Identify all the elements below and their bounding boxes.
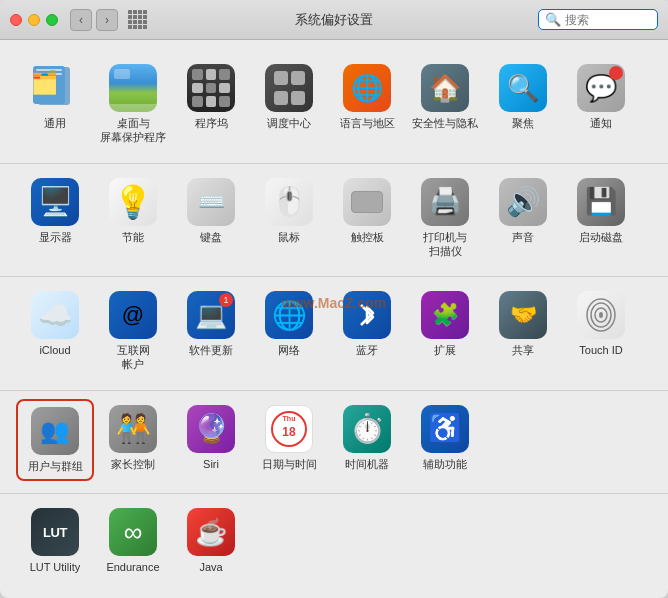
java-icon-el: ☕	[187, 508, 235, 556]
minimize-button[interactable]	[28, 14, 40, 26]
timemachine-label: 时间机器	[345, 457, 389, 471]
language-icon: 🌐	[343, 64, 391, 112]
touchid-label: Touch ID	[579, 343, 622, 357]
window-title: 系统偏好设置	[295, 11, 373, 29]
keyboard-label: 键盘	[200, 230, 222, 244]
bluetooth-label: 蓝牙	[356, 343, 378, 357]
nav-buttons: ‹ ›	[70, 9, 118, 31]
back-button[interactable]: ‹	[70, 9, 92, 31]
users-label: 用户与群组	[28, 459, 83, 473]
mouse-label: 鼠标	[278, 230, 300, 244]
pref-endurance[interactable]: ∞ Endurance	[94, 502, 172, 580]
main-window: ‹ › 系统偏好设置 🔍	[0, 0, 668, 598]
pref-icloud[interactable]: ☁️ iCloud	[16, 285, 94, 363]
pref-extensions[interactable]: 🧩 扩展	[406, 285, 484, 363]
pref-language[interactable]: 🌐 语言与地区	[328, 58, 406, 136]
icloud-icon-el: ☁️	[31, 291, 79, 339]
endurance-icon-el: ∞	[109, 508, 157, 556]
parental-label: 家长控制	[111, 457, 155, 471]
softupdate-badge: 1	[219, 293, 233, 307]
internet-icon-el: @	[109, 291, 157, 339]
pref-timemachine[interactable]: ⏱️ 时间机器	[328, 399, 406, 477]
softupdate-icon-el: 💻 1	[187, 291, 235, 339]
pref-energy[interactable]: 💡 节能	[94, 172, 172, 250]
sound-icon-el: 🔊	[499, 178, 547, 226]
general-icon: 🗂️	[31, 64, 79, 112]
printer-label: 打印机与扫描仪	[423, 230, 467, 259]
search-icon: 🔍	[545, 12, 561, 27]
pref-accessibility[interactable]: ♿ 辅助功能	[406, 399, 484, 477]
pref-users[interactable]: 👥 用户与群组	[16, 399, 94, 481]
desktop-label: 桌面与屏幕保护程序	[100, 116, 166, 145]
pref-bluetooth[interactable]: 蓝牙	[328, 285, 406, 363]
extensions-icon-el: 🧩	[421, 291, 469, 339]
pref-lut[interactable]: LUT LUT Utility	[16, 502, 94, 580]
pref-desktop[interactable]: 桌面与屏幕保护程序	[94, 58, 172, 151]
pref-parental[interactable]: 🧑‍🤝‍🧑 家长控制	[94, 399, 172, 477]
general-label: 通用	[44, 116, 66, 130]
pref-printer[interactable]: 🖨️ 打印机与扫描仪	[406, 172, 484, 265]
notification-icon: 💬	[577, 64, 625, 112]
mouse-icon-el: 🖱️	[265, 178, 313, 226]
trackpad-label: 触控板	[351, 230, 384, 244]
pref-general[interactable]: 🗂️ 通用	[16, 58, 94, 136]
pref-touchid[interactable]: Touch ID	[562, 285, 640, 363]
mission-label: 调度中心	[267, 116, 311, 130]
forward-button[interactable]: ›	[96, 9, 118, 31]
grid-view-button[interactable]	[126, 9, 148, 31]
java-label: Java	[199, 560, 222, 574]
pref-network[interactable]: 🌐 网络	[250, 285, 328, 363]
pref-softupdate[interactable]: 💻 1 软件更新	[172, 285, 250, 363]
pref-trackpad[interactable]: 触控板	[328, 172, 406, 250]
pref-startup[interactable]: 💾 启动磁盘	[562, 172, 640, 250]
pref-siri[interactable]: 🔮 Siri	[172, 399, 250, 477]
pref-spotlight[interactable]: 🔍 聚焦	[484, 58, 562, 136]
pref-sharing[interactable]: 🤝 共享	[484, 285, 562, 363]
extensions-label: 扩展	[434, 343, 456, 357]
security-label: 安全性与隐私	[412, 116, 478, 130]
pref-internet[interactable]: @ 互联网帐户	[94, 285, 172, 378]
spotlight-label: 聚焦	[512, 116, 534, 130]
startup-icon-el: 💾	[577, 178, 625, 226]
close-button[interactable]	[10, 14, 22, 26]
lut-icon-el: LUT	[31, 508, 79, 556]
search-box[interactable]: 🔍	[538, 9, 658, 30]
mission-icon	[265, 64, 313, 112]
users-icon-el: 👥	[31, 407, 79, 455]
sharing-label: 共享	[512, 343, 534, 357]
pref-mouse[interactable]: 🖱️ 鼠标	[250, 172, 328, 250]
section-thirdparty: LUT LUT Utility ∞ Endurance ☕ Java	[0, 494, 668, 592]
touchid-icon-el	[577, 291, 625, 339]
pref-security[interactable]: 🏠 安全性与隐私	[406, 58, 484, 136]
svg-point-3	[599, 312, 603, 318]
accessibility-icon-el: ♿	[421, 405, 469, 453]
printer-icon-el: 🖨️	[421, 178, 469, 226]
section-hardware: 🖥️ 显示器 💡 节能 ⌨️ 键盘 🖱️ 鼠标	[0, 164, 668, 278]
pref-notification[interactable]: 💬 通知	[562, 58, 640, 136]
pref-java[interactable]: ☕ Java	[172, 502, 250, 580]
startup-label: 启动磁盘	[579, 230, 623, 244]
pref-display[interactable]: 🖥️ 显示器	[16, 172, 94, 250]
parental-icon-el: 🧑‍🤝‍🧑	[109, 405, 157, 453]
display-label: 显示器	[39, 230, 72, 244]
section-personal: 🗂️ 通用 桌面与屏幕保护程序	[0, 50, 668, 164]
sharing-icon-el: 🤝	[499, 291, 547, 339]
dock-label: 程序坞	[195, 116, 228, 130]
timemachine-icon-el: ⏱️	[343, 405, 391, 453]
pref-sound[interactable]: 🔊 声音	[484, 172, 562, 250]
desktop-icon	[109, 64, 157, 112]
section-system: 👥 用户与群组 🧑‍🤝‍🧑 家长控制 🔮 Siri	[0, 391, 668, 494]
pref-datetime[interactable]: Thu 18 日期与时间	[250, 399, 328, 477]
pref-dock[interactable]: 程序坞	[172, 58, 250, 136]
section2-grid: 🖥️ 显示器 💡 节能 ⌨️ 键盘 🖱️ 鼠标	[16, 172, 652, 265]
search-input[interactable]	[565, 13, 651, 27]
spotlight-icon: 🔍	[499, 64, 547, 112]
pref-keyboard[interactable]: ⌨️ 键盘	[172, 172, 250, 250]
internet-label: 互联网帐户	[117, 343, 150, 372]
pref-mission[interactable]: 调度中心	[250, 58, 328, 136]
siri-icon-el: 🔮	[187, 405, 235, 453]
energy-icon: 💡	[109, 178, 157, 226]
section4-grid: 👥 用户与群组 🧑‍🤝‍🧑 家长控制 🔮 Siri	[16, 399, 652, 481]
titlebar: ‹ › 系统偏好设置 🔍	[0, 0, 668, 40]
maximize-button[interactable]	[46, 14, 58, 26]
